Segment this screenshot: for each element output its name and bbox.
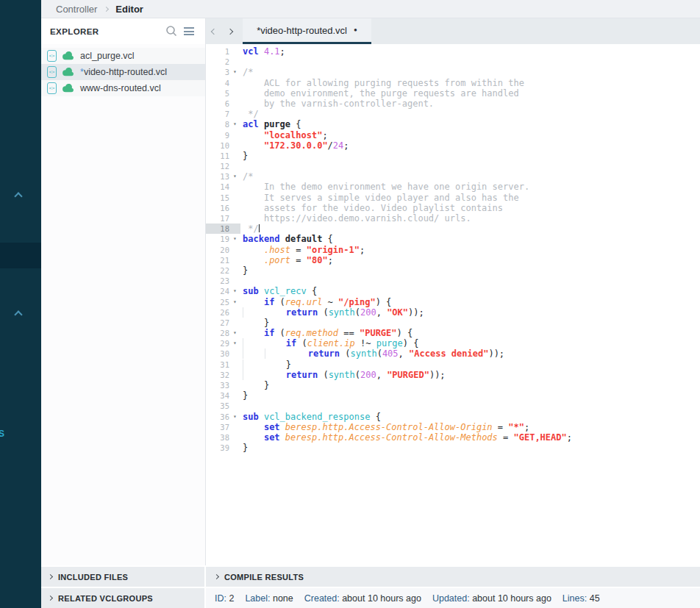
- code-line[interactable]: 5 demo environment, the purge requests a…: [206, 88, 700, 99]
- tab-scroll-left-icon[interactable]: [206, 18, 222, 44]
- code-line[interactable]: 18 */: [206, 223, 700, 234]
- fold-spacer: [229, 318, 240, 328]
- line-number: 30: [206, 348, 229, 359]
- code-line[interactable]: 11}: [206, 151, 700, 161]
- code-line[interactable]: 17 https://video.demo.varnish.cloud/ url…: [206, 213, 700, 223]
- code-line[interactable]: 20 .host = "origin-1";: [206, 245, 700, 255]
- code-line[interactable]: 23: [206, 276, 700, 286]
- code-line[interactable]: 28▾ if (req.method == "PURGE") {: [206, 328, 700, 338]
- explorer-file-list: <>acl_purge.vcl<>*video-http-routed.vcl<…: [41, 44, 206, 565]
- code-line[interactable]: 4 ACL for allowing purging requests from…: [206, 78, 700, 88]
- code-line[interactable]: 6 by the varnish-controller-agent.: [206, 99, 700, 109]
- fold-arrow-icon[interactable]: ▾: [229, 328, 240, 338]
- line-number: 17: [206, 213, 229, 223]
- code-line[interactable]: 36▾sub vcl_backend_response {: [206, 412, 700, 422]
- code-line[interactable]: 35: [206, 401, 700, 411]
- code-line[interactable]: 25▾ if (req.url ~ "/ping") {: [206, 297, 700, 307]
- code-line[interactable]: 1vcl 4.1;: [206, 46, 700, 57]
- fold-arrow-icon[interactable]: ▾: [229, 297, 240, 307]
- code-line[interactable]: 34}: [206, 390, 700, 401]
- sidebar-selected-item[interactable]: [0, 243, 41, 268]
- code-line[interactable]: 21 .port = "80";: [206, 255, 700, 265]
- sidebar-clipped-label: S: [0, 429, 5, 439]
- line-number: 38: [206, 432, 229, 443]
- code-line[interactable]: 2: [206, 57, 700, 67]
- gutter: 26: [206, 307, 240, 318]
- gutter: 35: [206, 401, 240, 411]
- code-line[interactable]: 7 */: [206, 109, 700, 119]
- fold-spacer: [229, 401, 240, 411]
- code-text: /*: [243, 171, 253, 182]
- menu-icon[interactable]: [180, 23, 198, 40]
- fold-arrow-icon[interactable]: ▾: [229, 412, 240, 422]
- gutter: 2: [206, 57, 240, 67]
- code-line[interactable]: 22}: [206, 265, 700, 276]
- panel-included-files[interactable]: INCLUDED FILES: [41, 565, 206, 587]
- fold-arrow-icon[interactable]: ▾: [229, 171, 240, 182]
- breadcrumb-controller[interactable]: Controller: [56, 4, 97, 15]
- gutter: 16: [206, 203, 240, 213]
- gutter: 36▾: [206, 412, 240, 422]
- panel-label: RELATED VCLGROUPS: [58, 594, 153, 603]
- code-text: set beresp.http.Access-Control-Allow-Met…: [243, 432, 572, 443]
- gutter: 3▾: [206, 67, 240, 77]
- chevron-up-icon[interactable]: [14, 310, 22, 318]
- tab-video-http-routed[interactable]: *video-http-routed.vcl ●: [243, 18, 371, 44]
- code-line[interactable]: 24▾sub vcl_recv {: [206, 286, 700, 296]
- code-line[interactable]: 30 return (synth(405, "Access denied"));: [206, 348, 700, 359]
- code-line[interactable]: 26 return (synth(200, "OK"));: [206, 307, 700, 318]
- code-text: }: [243, 360, 291, 370]
- code-line[interactable]: 10 "172.30.0.0"/24;: [206, 140, 700, 151]
- code-text: acl purge {: [243, 119, 301, 129]
- line-number: 24: [206, 286, 229, 296]
- gutter: 11: [206, 151, 240, 161]
- code-line[interactable]: 16 assets for the video. Video playlist …: [206, 203, 700, 213]
- code-line[interactable]: 8▾acl purge {: [206, 119, 700, 129]
- line-number: 6: [206, 99, 229, 109]
- code-line[interactable]: 15 It serves a simple video player and a…: [206, 193, 700, 203]
- fold-arrow-icon[interactable]: ▾: [229, 338, 240, 348]
- code-line[interactable]: 14 In the demo environment we have one o…: [206, 182, 700, 192]
- fold-arrow-icon[interactable]: ▾: [229, 234, 240, 244]
- code-line[interactable]: 29▾ if (client.ip !~ purge) {: [206, 338, 700, 348]
- fold-arrow-icon[interactable]: ▾: [229, 286, 240, 296]
- code-editor[interactable]: 1vcl 4.1;23▾/*4 ACL for allowing purging…: [206, 44, 700, 565]
- status-field: Label: none: [245, 593, 293, 604]
- code-line[interactable]: 31 }: [206, 360, 700, 370]
- code-line[interactable]: 32 return (synth(200, "PURGED"));: [206, 370, 700, 380]
- code-text: }: [243, 318, 269, 328]
- code-text: "172.30.0.0"/24;: [243, 140, 349, 151]
- code-line[interactable]: 33 }: [206, 380, 700, 390]
- code-line[interactable]: 38 set beresp.http.Access-Control-Allow-…: [206, 432, 700, 443]
- panel-label: INCLUDED FILES: [58, 573, 128, 582]
- code-line[interactable]: 27 }: [206, 318, 700, 328]
- gutter: 34: [206, 390, 240, 401]
- code-text: sub vcl_backend_response {: [243, 412, 381, 422]
- gutter: 21: [206, 255, 240, 265]
- file-item[interactable]: <>www-dns-routed.vcl: [41, 80, 205, 96]
- line-number: 11: [206, 151, 229, 161]
- chevron-up-icon[interactable]: [14, 192, 22, 200]
- fold-arrow-icon[interactable]: ▾: [229, 119, 240, 129]
- search-icon[interactable]: [162, 23, 180, 40]
- fold-spacer: [229, 432, 240, 443]
- code-text: if (req.method == "PURGE") {: [243, 328, 413, 338]
- code-line[interactable]: 3▾/*: [206, 67, 700, 77]
- status-field: Updated: about 10 hours ago: [432, 593, 551, 604]
- file-item[interactable]: <>acl_purge.vcl: [41, 48, 205, 64]
- file-item[interactable]: <>*video-http-routed.vcl: [41, 64, 205, 80]
- line-number: 15: [206, 193, 229, 203]
- code-line[interactable]: 39}: [206, 443, 700, 453]
- code-line[interactable]: 9 "localhost";: [206, 130, 700, 140]
- gutter: 33: [206, 380, 240, 390]
- tab-scroll-right-icon[interactable]: [222, 18, 238, 44]
- panel-related-vclgroups[interactable]: RELATED VCLGROUPS: [41, 587, 206, 608]
- gutter: 6: [206, 99, 240, 109]
- fold-arrow-icon[interactable]: ▾: [229, 67, 240, 77]
- code-line[interactable]: 12: [206, 161, 700, 171]
- code-line[interactable]: 37 set beresp.http.Access-Control-Allow-…: [206, 422, 700, 432]
- code-line[interactable]: 13▾/*: [206, 171, 700, 182]
- panel-compile-results[interactable]: COMPILE RESULTS: [206, 565, 700, 587]
- code-line[interactable]: 19▾backend default {: [206, 234, 700, 244]
- gutter: 25▾: [206, 297, 240, 307]
